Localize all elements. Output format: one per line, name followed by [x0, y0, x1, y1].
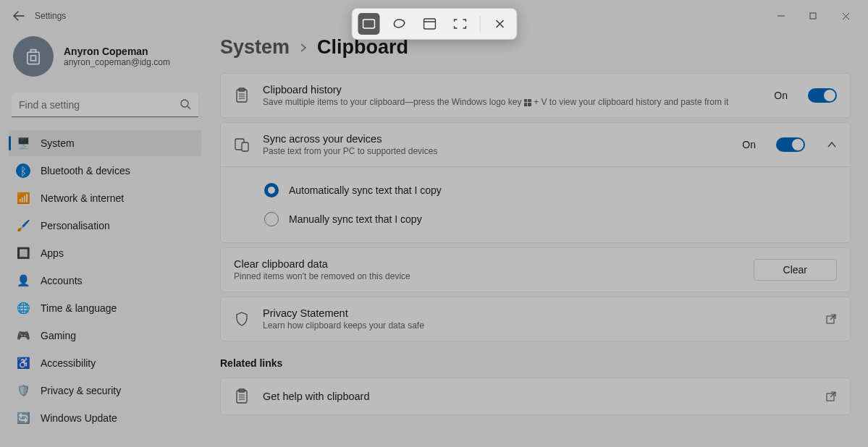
- sync-header-row[interactable]: Sync across your devices Paste text from…: [221, 123, 850, 166]
- search-icon: [180, 98, 191, 110]
- radio-label: Manually sync text that I copy: [289, 213, 422, 225]
- chevron-up-icon: [827, 140, 837, 150]
- sidebar-item-bluetooth[interactable]: ᛒBluetooth & devices: [9, 158, 201, 184]
- window-controls: [764, 5, 862, 27]
- card-privacy-statement[interactable]: Privacy Statement Learn how clipboard ke…: [220, 297, 851, 341]
- card-title: Privacy Statement: [263, 307, 812, 319]
- sync-devices-icon: [234, 137, 250, 153]
- search-wrap: [12, 93, 198, 117]
- card-title: Get help with clipboard: [263, 391, 812, 402]
- snip-freeform-button[interactable]: [388, 13, 410, 35]
- clipboard-history-toggle[interactable]: [808, 88, 837, 103]
- toggle-state: On: [742, 139, 756, 150]
- rectangle-snip-icon: [362, 19, 375, 29]
- sidebar-item-label: Personalisation: [41, 220, 110, 231]
- sidebar-item-label: Network & internet: [41, 192, 124, 204]
- sidebar: Anyron Copeman anyron_copeman@idg.com 🖥️…: [0, 32, 210, 447]
- accessibility-icon: ♿: [16, 356, 30, 370]
- svg-rect-2: [31, 56, 36, 61]
- window-snip-icon: [423, 18, 436, 30]
- card-subtitle: Learn how clipboard keeps your data safe: [263, 320, 812, 331]
- svg-rect-7: [242, 142, 248, 151]
- search-input[interactable]: [12, 93, 198, 117]
- sidebar-item-time[interactable]: 🌐Time & language: [9, 295, 201, 321]
- maximize-button[interactable]: [797, 5, 830, 27]
- clipboard-icon: [234, 88, 250, 103]
- minimize-button[interactable]: [764, 5, 797, 27]
- card-subtitle: Save multiple items to your clipboard—pr…: [263, 97, 761, 107]
- sidebar-item-label: Accounts: [41, 275, 83, 286]
- sidebar-item-label: Gaming: [41, 330, 76, 341]
- maximize-icon: [809, 12, 817, 20]
- divider: [479, 16, 480, 32]
- external-link-icon: [825, 313, 837, 325]
- snip-window-button[interactable]: [418, 13, 440, 35]
- time-icon: 🌐: [16, 301, 30, 315]
- sidebar-item-apps[interactable]: 🔲Apps: [9, 240, 201, 266]
- breadcrumb: System Clipboard: [220, 36, 851, 59]
- fullscreen-snip-icon: [453, 19, 466, 29]
- close-icon: [494, 19, 505, 29]
- radio-manual-sync[interactable]: Manually sync text that I copy: [264, 205, 837, 234]
- radio-auto-sync[interactable]: Automatically sync text that I copy: [264, 176, 837, 205]
- sidebar-item-network[interactable]: 📶Network & internet: [9, 185, 201, 211]
- card-title: Clipboard history: [263, 84, 761, 95]
- radio-icon: [264, 183, 279, 197]
- close-window-button[interactable]: [830, 5, 862, 27]
- update-icon: 🔄: [16, 411, 30, 425]
- shield-icon: [234, 311, 250, 327]
- sidebar-item-update[interactable]: 🔄Windows Update: [9, 405, 201, 431]
- app-title: Settings: [35, 11, 66, 21]
- arrow-left-icon: [13, 10, 25, 22]
- close-icon: [842, 12, 850, 20]
- svg-point-3: [181, 100, 188, 107]
- card-subtitle: Pinned items won't be removed on this de…: [234, 271, 741, 281]
- sidebar-item-label: Windows Update: [41, 412, 117, 424]
- sidebar-item-accessibility[interactable]: ♿Accessibility: [9, 350, 201, 376]
- external-link-icon: [825, 391, 837, 402]
- snip-rectangle-button[interactable]: [358, 13, 379, 35]
- clipboard-icon: [234, 388, 250, 404]
- profile-name: Anyron Copeman: [64, 46, 170, 57]
- clear-button[interactable]: Clear: [754, 259, 837, 281]
- sidebar-item-privacy[interactable]: 🛡️Privacy & security: [9, 378, 201, 404]
- related-links-heading: Related links: [220, 357, 851, 369]
- avatar: [13, 36, 54, 77]
- card-title: Sync across your devices: [263, 133, 729, 145]
- sync-toggle[interactable]: [776, 137, 805, 152]
- profile-block[interactable]: Anyron Copeman anyron_copeman@idg.com: [9, 32, 201, 90]
- card-get-help[interactable]: Get help with clipboard: [220, 378, 851, 415]
- content: System Clipboard Clipboard history Save …: [210, 32, 868, 447]
- card-subtitle: Paste text from your PC to supported dev…: [263, 146, 729, 156]
- minimize-icon: [778, 12, 785, 20]
- card-clipboard-history: Clipboard history Save multiple items to…: [220, 73, 851, 118]
- sidebar-item-system[interactable]: 🖥️System: [9, 130, 201, 156]
- breadcrumb-parent[interactable]: System: [220, 36, 290, 59]
- card-clear-clipboard: Clear clipboard data Pinned items won't …: [220, 247, 851, 292]
- back-button[interactable]: [6, 3, 32, 29]
- profile-email: anyron_copeman@idg.com: [64, 57, 170, 67]
- svg-rect-13: [424, 19, 435, 29]
- accounts-icon: 👤: [16, 273, 30, 288]
- svg-rect-12: [363, 20, 374, 28]
- sidebar-item-accounts[interactable]: 👤Accounts: [9, 268, 201, 294]
- apps-icon: 🔲: [16, 246, 30, 260]
- sidebar-item-label: Accessibility: [41, 357, 96, 369]
- sidebar-item-personalisation[interactable]: 🖌️Personalisation: [9, 213, 201, 239]
- chevron-right-icon: [298, 43, 308, 53]
- sync-options-panel: Automatically sync text that I copy Manu…: [221, 166, 850, 242]
- radio-icon: [264, 212, 279, 226]
- radio-label: Automatically sync text that I copy: [289, 184, 442, 196]
- svg-rect-1: [28, 52, 39, 64]
- snip-fullscreen-button[interactable]: [449, 13, 471, 35]
- bluetooth-icon: ᛒ: [16, 163, 30, 178]
- privacy-icon: 🛡️: [16, 383, 30, 398]
- snipping-toolbar: [351, 8, 517, 40]
- personalisation-icon: 🖌️: [16, 218, 30, 233]
- system-icon: 🖥️: [16, 136, 30, 150]
- snip-close-button[interactable]: [489, 13, 510, 35]
- toggle-state: On: [774, 90, 788, 101]
- card-title: Clear clipboard data: [234, 258, 741, 270]
- nav: 🖥️System ᛒBluetooth & devices 📶Network &…: [9, 130, 201, 431]
- sidebar-item-gaming[interactable]: 🎮Gaming: [9, 323, 201, 349]
